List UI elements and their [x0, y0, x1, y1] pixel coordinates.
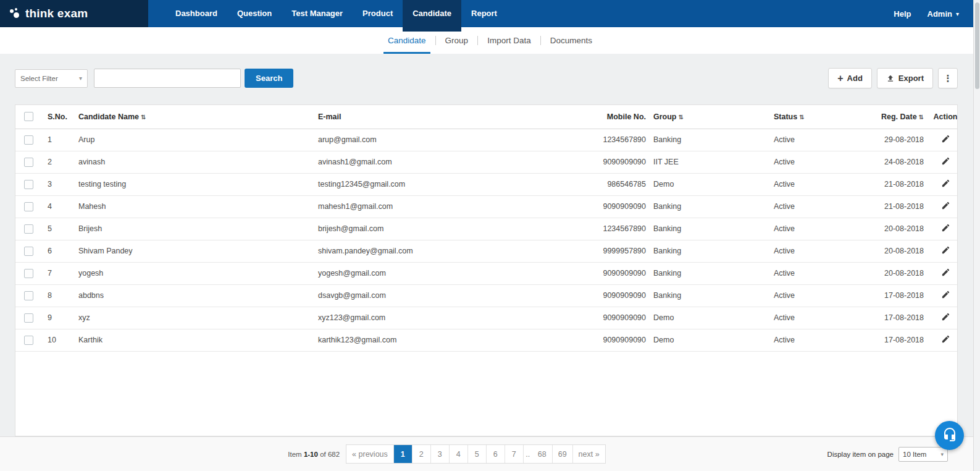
sort-icon: ⇅ [679, 114, 684, 121]
table-row: 5 Brijesh brijesh@gmail.com 1234567890 B… [15, 218, 958, 240]
row-checkbox[interactable] [24, 202, 33, 211]
edit-pencil-icon[interactable] [941, 334, 950, 344]
pagination-page-6[interactable]: 6 [487, 445, 505, 463]
cell-mobile: 9090909090 [577, 329, 650, 351]
pagination-page-5[interactable]: 5 [468, 445, 487, 463]
cell-group: Demo [650, 173, 770, 195]
chevron-down-icon: ▾ [79, 75, 82, 82]
row-checkbox[interactable] [24, 269, 33, 278]
help-link[interactable]: Help [894, 9, 911, 19]
row-checkbox[interactable] [24, 247, 33, 256]
cell-sno: 7 [44, 262, 75, 284]
header-status[interactable]: Status⇅ [770, 105, 844, 129]
nav-item-question[interactable]: Question [227, 0, 282, 27]
cell-mobile: 9090909090 [577, 151, 650, 173]
edit-pencil-icon[interactable] [941, 179, 950, 188]
header-action: Action [928, 105, 958, 129]
cell-email: mahesh1@gmail.com [314, 195, 577, 218]
item-range: 1-10 [304, 451, 318, 458]
subnav-tab-documents[interactable]: Documents [541, 27, 601, 54]
row-checkbox[interactable] [24, 158, 33, 167]
row-checkbox[interactable] [24, 135, 33, 145]
edit-pencil-icon[interactable] [941, 245, 950, 255]
nav-item-test-manager[interactable]: Test Manager [282, 0, 353, 27]
more-options-button[interactable]: ⋮ [938, 68, 958, 88]
cell-reg-date: 20-08-2018 [844, 218, 928, 240]
cell-group: Demo [650, 307, 770, 329]
add-button-label: Add [847, 74, 863, 83]
header-candidate-name[interactable]: Candidate Name⇅ [75, 105, 314, 129]
export-button[interactable]: Export [877, 68, 933, 88]
pagination-next[interactable]: next » [573, 445, 605, 463]
cell-email: yogesh@gmail.com [314, 262, 577, 284]
row-checkbox[interactable] [24, 180, 33, 189]
row-checkbox[interactable] [24, 291, 33, 300]
add-button[interactable]: + Add [828, 68, 872, 88]
pagination-page-2[interactable]: 2 [413, 445, 431, 463]
filter-select[interactable]: Select Filter ▾ [15, 69, 88, 88]
cell-status: Active [770, 307, 844, 329]
table-row: 6 Shivam Pandey shivam.pandey@gmail.com … [15, 240, 958, 262]
candidates-table: S.No. Candidate Name⇅ E-mail Mobile No. … [15, 105, 958, 352]
export-upload-icon [886, 74, 895, 83]
cell-sno: 9 [44, 307, 75, 329]
pagination-ellipsis: .. [524, 445, 532, 463]
edit-pencil-icon[interactable] [941, 223, 950, 232]
search-button[interactable]: Search [245, 69, 293, 88]
table-row: 9 xyz xyz123@gmail.com 9090909090 Demo A… [15, 307, 958, 329]
edit-pencil-icon[interactable] [941, 290, 950, 299]
cell-sno: 10 [44, 329, 75, 351]
cell-reg-date: 17-08-2018 [844, 284, 928, 307]
scrollbar-thumb[interactable] [975, 2, 979, 89]
cell-group: Banking [650, 195, 770, 218]
table-row: 3 testing testing testing12345@gmail.com… [15, 173, 958, 195]
filter-select-value: Select Filter [20, 75, 58, 82]
candidate-subnav: Candidate Group Import Data Documents [0, 27, 980, 54]
cell-group: Banking [650, 284, 770, 307]
display-items-select[interactable]: 10 Item ▾ [898, 447, 948, 462]
display-items-value: 10 Item [903, 451, 926, 458]
subnav-tab-import-data[interactable]: Import Data [478, 27, 540, 54]
search-input[interactable] [94, 69, 241, 88]
nav-item-dashboard[interactable]: Dashboard [165, 0, 227, 27]
table-row: 4 Mahesh mahesh1@gmail.com 9090909090 Ba… [15, 195, 958, 218]
cell-sno: 3 [44, 173, 75, 195]
row-checkbox[interactable] [24, 336, 33, 345]
nav-item-candidate[interactable]: Candidate [403, 0, 461, 32]
cell-group: Banking [650, 240, 770, 262]
edit-pencil-icon[interactable] [941, 134, 950, 143]
select-all-checkbox[interactable] [24, 112, 33, 121]
admin-menu[interactable]: Admin ▾ [928, 9, 959, 19]
pagination-page-7[interactable]: 7 [505, 445, 524, 463]
edit-pencil-icon[interactable] [941, 156, 950, 166]
pagination-page-69[interactable]: 69 [553, 445, 573, 463]
edit-pencil-icon[interactable] [941, 268, 950, 277]
cell-group: Banking [650, 262, 770, 284]
row-checkbox[interactable] [24, 313, 33, 323]
edit-pencil-icon[interactable] [941, 201, 950, 210]
cell-reg-date: 21-08-2018 [844, 173, 928, 195]
cell-candidate-name: Arup [75, 129, 314, 151]
cell-email: karthik123@gmail.com [314, 329, 577, 351]
header-reg-date[interactable]: Reg. Date⇅ [844, 105, 928, 129]
cell-mobile: 1234567890 [577, 129, 650, 151]
vertical-scrollbar[interactable] [973, 0, 980, 471]
pagination-page-68[interactable]: 68 [532, 445, 553, 463]
cell-sno: 5 [44, 218, 75, 240]
cell-candidate-name: avinash [75, 151, 314, 173]
brand-logo[interactable]: think exam [0, 0, 148, 27]
display-items-label: Display item on page [827, 451, 894, 458]
nav-item-report[interactable]: Report [461, 0, 507, 27]
cell-status: Active [770, 262, 844, 284]
pagination-page-4[interactable]: 4 [450, 445, 468, 463]
pagination-page-3[interactable]: 3 [431, 445, 450, 463]
header-group[interactable]: Group⇅ [650, 105, 770, 129]
row-checkbox[interactable] [24, 224, 33, 234]
pagination-page-1[interactable]: 1 [394, 445, 413, 463]
edit-pencil-icon[interactable] [941, 312, 950, 321]
pagination-previous[interactable]: « previous [346, 445, 394, 463]
support-chat-button[interactable] [935, 421, 964, 450]
nav-item-product[interactable]: Product [353, 0, 403, 27]
main-nav: Dashboard Question Test Manager Product … [165, 0, 507, 27]
cell-mobile: 1234567890 [577, 218, 650, 240]
